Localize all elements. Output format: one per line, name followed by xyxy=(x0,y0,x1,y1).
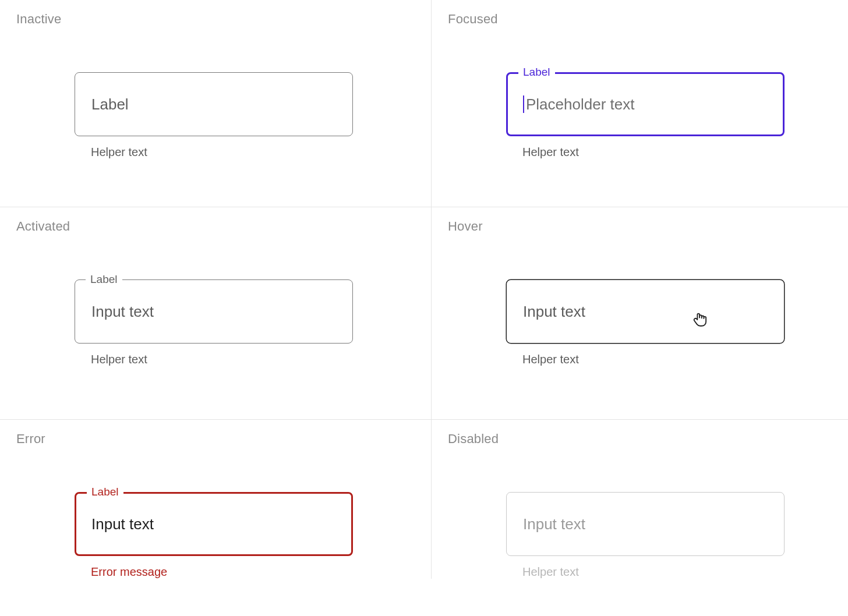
helper-text-disabled: Helper text xyxy=(522,565,785,579)
textfield-float-label-focused: Label xyxy=(518,66,555,79)
textfield-error[interactable]: Label xyxy=(75,492,353,556)
error-message: Error message xyxy=(91,565,353,579)
helper-text-focused: Helper text xyxy=(522,146,785,159)
textfield-input-focused[interactable] xyxy=(526,95,768,114)
textfield-input-activated[interactable] xyxy=(91,303,336,321)
section-title-inactive: Inactive xyxy=(16,12,415,27)
textfield-hover[interactable] xyxy=(506,279,785,344)
textfield-inactive[interactable]: Label xyxy=(75,72,353,136)
field-wrap-focused: Label Helper text xyxy=(506,72,785,159)
textfield-float-label-activated: Label xyxy=(86,273,122,286)
textfield-input-hover[interactable] xyxy=(523,303,768,321)
section-title-disabled: Disabled xyxy=(448,431,832,447)
field-wrap-hover: Helper text xyxy=(506,279,785,366)
textfield-input-disabled xyxy=(523,515,768,533)
field-wrap-activated: Label Helper text xyxy=(75,279,353,366)
section-title-activated: Activated xyxy=(16,219,415,234)
textfield-label-inside: Label xyxy=(91,95,129,114)
state-cell-focused: Focused Label Helper text xyxy=(431,0,848,207)
state-cell-error: Error Label Error message xyxy=(0,419,431,579)
textfield-focused[interactable]: Label xyxy=(506,72,785,136)
textfield-disabled xyxy=(506,492,785,556)
text-caret-icon xyxy=(523,95,524,113)
state-cell-hover: Hover Helper text xyxy=(431,207,848,419)
field-wrap-inactive: Label Helper text xyxy=(75,72,353,159)
textfield-float-label-error: Label xyxy=(87,486,123,498)
pointer-cursor-icon xyxy=(692,310,708,330)
section-title-focused: Focused xyxy=(448,12,832,27)
state-cell-activated: Activated Label Helper text xyxy=(0,207,431,419)
helper-text-hover: Helper text xyxy=(522,353,785,366)
textfield-input-error[interactable] xyxy=(91,515,336,533)
section-title-hover: Hover xyxy=(448,219,832,234)
state-cell-inactive: Inactive Label Helper text xyxy=(0,0,431,207)
textfield-activated[interactable]: Label xyxy=(75,279,353,344)
section-title-error: Error xyxy=(16,431,415,447)
helper-text-inactive: Helper text xyxy=(91,146,353,159)
state-cell-disabled: Disabled Helper text xyxy=(431,419,848,579)
field-wrap-disabled: Helper text xyxy=(506,492,785,579)
helper-text-activated: Helper text xyxy=(91,353,353,366)
field-wrap-error: Label Error message xyxy=(75,492,353,579)
